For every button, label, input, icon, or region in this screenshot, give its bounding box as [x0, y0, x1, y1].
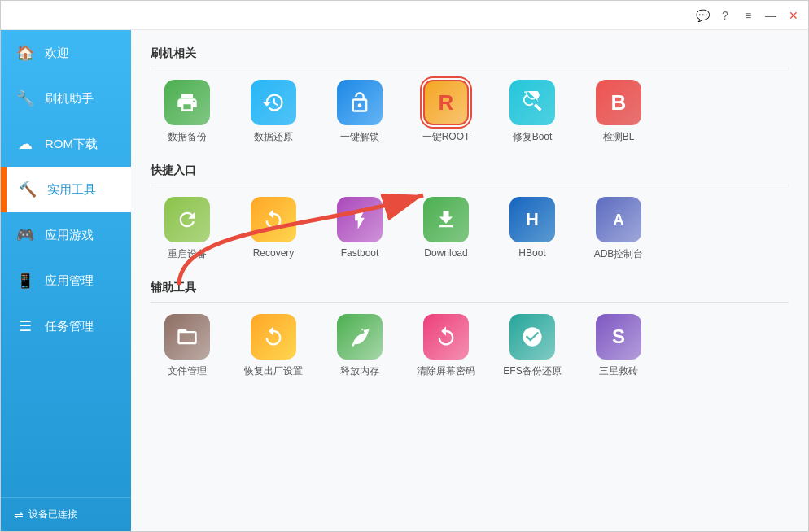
section-title-assist-tools: 辅助工具 — [151, 281, 789, 303]
section-title-flash-related: 刷机相关 — [151, 46, 789, 68]
icon-item-one-root[interactable]: R 一键ROOT — [409, 80, 483, 144]
icon-box-release-memory — [337, 314, 383, 360]
section-title-quick-entry: 快捷入口 — [151, 164, 789, 185]
icon-box-file-manage — [164, 314, 210, 360]
chat-icon[interactable]: 💬 — [694, 7, 711, 24]
main-layout: 🏠 欢迎 🔧 刷机助手 ☁ ROM下载 🔨 实用工具 🎮 应用游戏 📱 应用管理… — [1, 30, 808, 531]
sidebar-label-app-manage: 应用管理 — [45, 273, 94, 289]
icon-box-adb-console: A — [596, 197, 641, 242]
icon-label-data-restore: 数据还原 — [254, 130, 293, 144]
content-area: 刷机相关 数据备份 数据还原 一键解锁 R 一键ROOT 修复Boot — [131, 30, 808, 531]
connection-label: 设备已连接 — [28, 508, 77, 521]
minimize-icon[interactable]: — — [763, 7, 779, 24]
icon-item-data-backup[interactable]: 数据备份 — [151, 80, 224, 144]
icon-item-factory-reset[interactable]: 恢复出厂设置 — [237, 314, 310, 378]
icon-box-fix-boot — [509, 80, 555, 125]
icon-item-hboot[interactable]: H HBoot — [496, 197, 569, 261]
icon-item-release-memory[interactable]: 释放内存 — [323, 314, 396, 378]
sidebar-icon-apps-games: 🎮 — [14, 224, 37, 246]
sidebar-label-apps-games: 应用游戏 — [45, 228, 94, 243]
icon-item-fastboot[interactable]: Fastboot — [323, 197, 396, 261]
icon-grid-flash-related: 数据备份 数据还原 一键解锁 R 一键ROOT 修复Boot B — [151, 80, 789, 144]
icon-box-clear-screen-pwd — [423, 314, 469, 360]
icon-item-data-restore[interactable]: 数据还原 — [237, 80, 310, 144]
sidebar-item-apps-games[interactable]: 🎮 应用游戏 — [1, 212, 131, 258]
connection-status: ⇌ 设备已连接 — [1, 497, 131, 531]
sidebar-label-tools: 实用工具 — [47, 182, 96, 198]
icon-item-file-manage[interactable]: 文件管理 — [151, 314, 224, 378]
sidebar-item-welcome[interactable]: 🏠 欢迎 — [1, 30, 131, 76]
icon-label-clear-screen-pwd: 清除屏幕密码 — [417, 364, 475, 378]
sidebar-item-rom-download[interactable]: ☁ ROM下载 — [1, 121, 131, 167]
icon-label-download: Download — [424, 247, 467, 259]
icon-box-data-backup — [164, 80, 210, 125]
icon-label-detect-bl: 检测BL — [603, 130, 635, 144]
icon-label-data-backup: 数据备份 — [168, 130, 207, 144]
icon-label-fastboot: Fastboot — [341, 247, 379, 259]
icon-label-release-memory: 释放内存 — [340, 364, 379, 378]
icon-box-one-unlock — [337, 80, 383, 125]
sidebar-label-rom-download: ROM下载 — [45, 137, 98, 152]
icon-item-clear-screen-pwd[interactable]: 清除屏幕密码 — [409, 314, 483, 378]
icon-label-recovery: Recovery — [253, 247, 295, 259]
sidebar-icon-app-manage: 📱 — [14, 269, 37, 292]
icon-label-factory-reset: 恢复出厂设置 — [244, 364, 303, 378]
sidebar-label-flash-assistant: 刷机助手 — [45, 91, 94, 107]
icon-item-one-unlock[interactable]: 一键解锁 — [323, 80, 396, 144]
titlebar: 💬 ? ≡ — ✕ — [1, 1, 808, 30]
icon-box-recovery — [251, 197, 296, 242]
icon-label-samsung-rescue: 三星救砖 — [599, 364, 638, 378]
icon-label-efs-backup: EFS备份还原 — [503, 364, 561, 378]
icon-box-hboot: H — [509, 197, 555, 242]
icon-item-adb-console[interactable]: A ADB控制台 — [582, 197, 655, 261]
icon-item-download[interactable]: Download — [409, 197, 483, 261]
sidebar-icon-rom-download: ☁ — [14, 133, 37, 155]
icon-box-one-root: R — [423, 80, 469, 125]
sidebar-item-flash-assistant[interactable]: 🔧 刷机助手 — [1, 76, 131, 121]
sidebar-icon-tools: 🔨 — [16, 178, 39, 201]
sidebar: 🏠 欢迎 🔧 刷机助手 ☁ ROM下载 🔨 实用工具 🎮 应用游戏 📱 应用管理… — [1, 30, 131, 531]
main-window: 💬 ? ≡ — ✕ 🏠 欢迎 🔧 刷机助手 ☁ ROM下载 🔨 实用工具 🎮 应… — [0, 0, 809, 532]
sidebar-label-welcome: 欢迎 — [45, 46, 69, 61]
help-icon[interactable]: ? — [717, 7, 733, 24]
icon-box-efs-backup — [509, 314, 555, 360]
icon-item-efs-backup[interactable]: EFS备份还原 — [496, 314, 569, 378]
section-assist-tools: 辅助工具 文件管理 恢复出厂设置 释放内存 清除屏幕密码 EFS备份还 — [151, 281, 789, 378]
sidebar-icon-welcome: 🏠 — [14, 41, 37, 64]
icon-box-factory-reset — [251, 314, 296, 360]
connection-icon: ⇌ — [14, 508, 24, 521]
icon-grid-quick-entry: 重启设备 Recovery Fastboot Download H HBoot … — [151, 197, 789, 261]
icon-item-restart-device[interactable]: 重启设备 — [151, 197, 224, 261]
icon-box-download — [423, 197, 469, 242]
close-icon[interactable]: ✕ — [785, 7, 802, 24]
icon-label-file-manage: 文件管理 — [168, 364, 207, 378]
sidebar-item-app-manage[interactable]: 📱 应用管理 — [1, 258, 131, 303]
menu-icon[interactable]: ≡ — [740, 7, 756, 24]
icon-box-fastboot — [337, 197, 383, 242]
icon-label-restart-device: 重启设备 — [168, 247, 207, 261]
icon-label-one-root: 一键ROOT — [422, 130, 470, 144]
icon-label-one-unlock: 一键解锁 — [340, 130, 379, 144]
section-quick-entry: 快捷入口 重启设备 Recovery Fastboot Download H — [151, 164, 789, 261]
icon-label-hboot: HBoot — [518, 247, 545, 259]
icon-box-data-restore — [251, 80, 296, 125]
icon-item-recovery[interactable]: Recovery — [237, 197, 310, 261]
icon-box-samsung-rescue: S — [596, 314, 641, 360]
sidebar-icon-flash-assistant: 🔧 — [14, 87, 37, 110]
sidebar-label-task-manage: 任务管理 — [45, 319, 94, 334]
icon-label-fix-boot: 修复Boot — [513, 130, 553, 144]
icon-box-restart-device — [164, 197, 210, 242]
sidebar-item-task-manage[interactable]: ☰ 任务管理 — [1, 303, 131, 349]
sidebar-icon-task-manage: ☰ — [14, 315, 37, 338]
icon-grid-assist-tools: 文件管理 恢复出厂设置 释放内存 清除屏幕密码 EFS备份还原 S — [151, 314, 789, 378]
icon-item-detect-bl[interactable]: B 检测BL — [582, 80, 655, 144]
sidebar-item-tools[interactable]: 🔨 实用工具 — [1, 167, 131, 212]
icon-label-adb-console: ADB控制台 — [594, 247, 644, 261]
titlebar-controls: 💬 ? ≡ — ✕ — [694, 7, 802, 24]
icon-item-samsung-rescue[interactable]: S 三星救砖 — [582, 314, 655, 378]
icon-item-fix-boot[interactable]: 修复Boot — [496, 80, 569, 144]
section-flash-related: 刷机相关 数据备份 数据还原 一键解锁 R 一键ROOT 修复Boot — [151, 46, 789, 144]
icon-box-detect-bl: B — [596, 80, 641, 125]
